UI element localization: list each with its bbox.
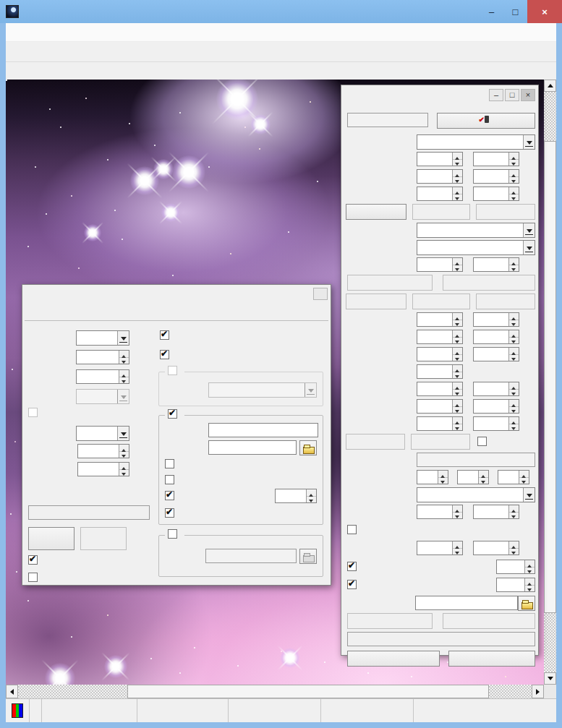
vertical-scrollbar[interactable]	[544, 80, 556, 685]
scroll-track[interactable]	[18, 685, 127, 698]
frame-w-spinner[interactable]	[417, 187, 463, 201]
guider-stop-exp-button[interactable]	[443, 275, 535, 291]
sound-pulse-checkbox[interactable]	[347, 580, 361, 589]
horizontal-scrollbar[interactable]	[6, 685, 544, 698]
imager-title-bar[interactable]	[22, 285, 331, 304]
close-button[interactable]: ×	[527, 0, 562, 23]
open-new-window-checkbox[interactable]	[160, 330, 174, 340]
keep-star-checkbox[interactable]	[347, 525, 361, 534]
start-guiding-button[interactable]	[347, 613, 433, 629]
new-dec-deg-spinner[interactable]	[417, 470, 448, 484]
ra-backl-spinner[interactable]	[417, 347, 463, 361]
new-dec-button[interactable]	[411, 434, 470, 450]
guider-start-exp-button[interactable]	[347, 275, 433, 291]
save-to-file-checkbox[interactable]	[168, 409, 182, 419]
minimize-button[interactable]: –	[480, 0, 503, 23]
stop-guiding-button[interactable]	[443, 613, 535, 629]
coord-x-spinner[interactable]	[417, 541, 463, 555]
scroll-track[interactable]	[489, 685, 532, 698]
guide-using-select[interactable]	[417, 223, 535, 238]
load-dark-button[interactable]	[412, 294, 470, 309]
time-spinner[interactable]	[76, 350, 129, 364]
new-dec-sec-spinner[interactable]	[498, 470, 529, 484]
take-dark-button[interactable]	[346, 294, 406, 309]
scroll-track[interactable]	[544, 613, 556, 672]
range-spinner[interactable]	[417, 505, 463, 519]
dec-angle-spinner[interactable]	[473, 330, 519, 344]
overwrite-files-checkbox[interactable]	[165, 508, 179, 518]
append-ordinal-checkbox[interactable]	[165, 491, 179, 500]
coord-y-spinner[interactable]	[473, 541, 519, 555]
sound-pulse-spinner[interactable]	[496, 578, 535, 592]
ra-min-spinner[interactable]	[417, 382, 463, 396]
imager-close-button[interactable]	[313, 288, 328, 300]
binning-x-spinner[interactable]	[417, 152, 463, 166]
sel-frame-button[interactable]	[476, 204, 535, 220]
scroll-down-button[interactable]	[544, 672, 556, 685]
pier-flip-checkbox[interactable]	[477, 437, 491, 446]
frame-h-spinner[interactable]	[473, 187, 519, 201]
frame-y-spinner[interactable]	[473, 169, 519, 184]
scroll-track[interactable]	[544, 92, 556, 141]
clear-dark-button[interactable]	[476, 294, 535, 309]
file-name-input[interactable]	[208, 423, 318, 437]
ra-max-spinner[interactable]	[417, 399, 463, 414]
exp-time-spinner[interactable]	[417, 257, 463, 272]
guider-maximize-button[interactable]: □	[505, 89, 519, 101]
exposure-select[interactable]	[76, 330, 129, 346]
guider-minimize-button[interactable]: –	[489, 89, 503, 101]
settle-time-spinner[interactable]	[473, 257, 519, 272]
append-filter-checkbox[interactable]	[165, 475, 179, 484]
dec-cal-spinner[interactable]	[473, 416, 519, 431]
full-frame-button[interactable]	[412, 204, 470, 220]
play-sound-checkbox[interactable]	[168, 529, 182, 539]
stop-exp-button[interactable]	[80, 527, 127, 550]
sound-lost-spinner[interactable]	[496, 560, 535, 574]
show-pane-button[interactable]	[347, 651, 440, 667]
save-if-interrupted-checkbox[interactable]	[28, 573, 42, 582]
dec-min-spinner[interactable]	[473, 382, 519, 396]
ra-speed-spinner[interactable]	[417, 312, 463, 327]
mode-select[interactable]	[76, 426, 129, 441]
save-log-button[interactable]	[448, 651, 535, 667]
browse-folder-button[interactable]	[299, 440, 317, 455]
imager-sound-file-input[interactable]	[205, 549, 297, 563]
repeat-spinner[interactable]	[76, 369, 129, 384]
dec-max-spinner[interactable]	[473, 399, 519, 414]
read-if-interrupted-checkbox[interactable]	[28, 555, 42, 565]
scroll-thumb[interactable]	[127, 685, 489, 698]
sound-file-input[interactable]	[415, 596, 518, 610]
maximize-button[interactable]: □	[503, 0, 527, 23]
folder-input[interactable]	[208, 440, 297, 455]
calibrate-button[interactable]	[346, 434, 405, 450]
aggressivity-spinner[interactable]	[417, 364, 463, 379]
new-dec-min-spinner[interactable]	[457, 470, 489, 484]
ordinal-number-spinner[interactable]	[275, 489, 317, 503]
pos-detection-select[interactable]	[417, 240, 535, 255]
preflash-spinner[interactable]	[77, 444, 129, 458]
select-guider-button[interactable]	[437, 113, 535, 129]
read-mode-select[interactable]	[417, 134, 535, 150]
scroll-right-button[interactable]	[532, 685, 544, 698]
sound-browse-button[interactable]	[518, 596, 535, 611]
start-exp-button[interactable]	[28, 527, 74, 550]
star-field-small-2	[6, 80, 7, 81]
scroll-up-button[interactable]	[544, 80, 556, 92]
dithering-select[interactable]	[417, 487, 535, 502]
binning-y-spinner[interactable]	[473, 152, 519, 166]
ra-cal-spinner[interactable]	[417, 416, 463, 431]
overwrite-selected-checkbox[interactable]	[160, 350, 174, 359]
star-search-button[interactable]	[346, 204, 406, 220]
sound-star-lost-checkbox[interactable]	[347, 562, 361, 571]
dec-speed-spinner[interactable]	[473, 312, 519, 327]
ra-angle-spinner[interactable]	[417, 330, 463, 344]
step-spinner[interactable]	[473, 505, 519, 519]
append-date-checkbox[interactable]	[165, 459, 179, 468]
guider-close-button[interactable]: ×	[521, 89, 535, 101]
frame-x-spinner[interactable]	[417, 169, 463, 184]
num-clear-spinner[interactable]	[77, 462, 129, 476]
scroll-thumb[interactable]	[544, 141, 556, 613]
guider-title-bar[interactable]: – □ ×	[341, 85, 538, 106]
dec-backl-spinner[interactable]	[473, 347, 519, 361]
scroll-left-button[interactable]	[6, 685, 18, 698]
